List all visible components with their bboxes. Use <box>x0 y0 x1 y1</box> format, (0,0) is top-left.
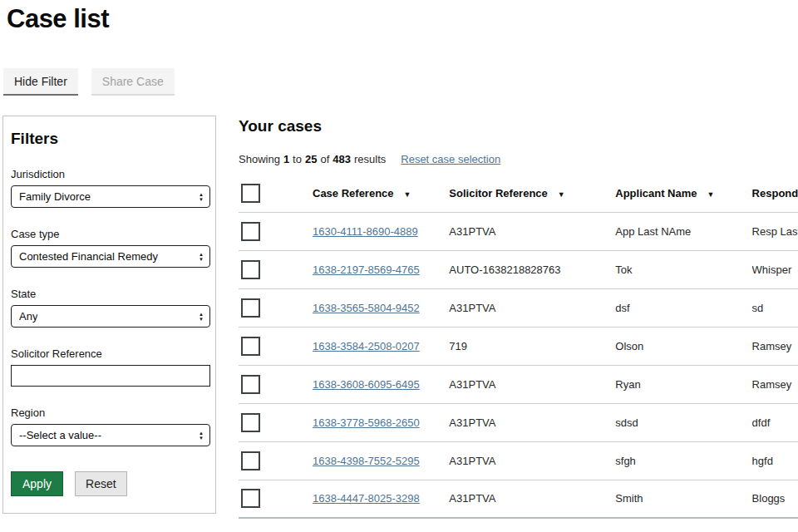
row-select-checkbox[interactable] <box>241 413 260 432</box>
select-arrows-icon: ▲▼ <box>199 431 204 441</box>
solicitor-reference-cell: A31PTVA <box>449 441 615 480</box>
applicant-name-cell: dsf <box>615 288 751 327</box>
case-type-field: Case type Contested Financial Remedy ▲▼ <box>11 228 209 268</box>
respondent-name-cell: Whisper <box>752 250 798 288</box>
state-selected-value: Any <box>19 310 37 323</box>
column-header-respondent-name[interactable]: Respondent Name▼ <box>752 179 798 212</box>
results-word: results <box>354 153 386 165</box>
region-label: Region <box>11 406 209 419</box>
hide-filter-button[interactable]: Hide Filter <box>3 68 78 96</box>
solicitor-reference-cell: A31PTVA <box>449 365 615 403</box>
filter-actions: Apply Reset <box>11 471 209 496</box>
select-arrows-icon: ▲▼ <box>199 252 204 262</box>
jurisdiction-selected-value: Family Divorce <box>19 190 91 203</box>
results-area: Your cases Showing 1 to 25 of 483 result… <box>239 116 798 519</box>
solicitor-reference-cell: AUTO-1638218828763 <box>449 250 615 288</box>
case-reference-link[interactable]: 1630-4111-8690-4889 <box>313 225 418 238</box>
region-selected-value: --Select a value-- <box>19 429 101 441</box>
column-header-applicant-name[interactable]: Applicant Name▼ <box>615 179 751 212</box>
select-all-checkbox[interactable] <box>241 184 260 203</box>
solicitor-reference-cell: A31PTVA <box>449 288 615 327</box>
reset-case-selection-link[interactable]: Reset case selection <box>401 153 500 165</box>
applicant-name-cell: Tok <box>615 250 751 288</box>
respondent-name-cell: hgfd <box>752 441 798 480</box>
your-cases-heading: Your cases <box>239 117 798 135</box>
case-table: Case Reference▼ Solicitor Reference▼ App… <box>239 179 798 519</box>
showing-to: 25 <box>305 153 317 165</box>
apply-button[interactable]: Apply <box>11 471 63 496</box>
table-row: 1638-3778-5968-2650 A31PTVA sdsd dfdf 1 … <box>239 403 798 441</box>
solicitor-reference-field: Solicitor Reference <box>11 347 209 387</box>
column-header-solicitor-reference[interactable]: Solicitor Reference▼ <box>449 179 615 212</box>
region-select[interactable]: --Select a value-- ▲▼ <box>11 424 210 446</box>
region-field: Region --Select a value-- ▲▼ <box>11 406 209 446</box>
case-type-selected-value: Contested Financial Remedy <box>19 250 158 263</box>
respondent-name-cell: Resp Last Name <box>752 212 798 250</box>
table-row: 1638-4398-7552-5295 A31PTVA sfgh hgfd 2 … <box>239 441 798 480</box>
solicitor-reference-input[interactable] <box>11 365 210 387</box>
solicitor-reference-cell: A31PTVA <box>449 480 615 518</box>
table-row: 1630-4111-8690-4889 A31PTVA App Last NAm… <box>239 212 798 250</box>
respondent-name-cell: Ramsey <box>752 365 798 403</box>
applicant-name-cell: App Last NAme <box>615 212 751 250</box>
row-select-checkbox[interactable] <box>241 260 260 279</box>
case-reference-link[interactable]: 1638-4398-7552-5295 <box>313 455 420 467</box>
sort-icon[interactable]: ▼ <box>707 190 715 199</box>
applicant-name-cell: Olson <box>615 327 751 365</box>
table-row: 1638-4447-8025-3298 A31PTVA Smith Bloggs… <box>239 480 798 518</box>
solicitor-reference-cell: 719 <box>449 327 615 365</box>
page-title: Case list <box>7 4 798 34</box>
reset-button[interactable]: Reset <box>75 471 127 496</box>
case-reference-link[interactable]: 1638-3608-6095-6495 <box>313 378 420 391</box>
content-area: Filters Jurisdiction Family Divorce ▲▼ C… <box>0 116 798 519</box>
respondent-name-cell: Ramsey <box>752 327 798 365</box>
applicant-name-cell: sfgh <box>615 441 751 480</box>
case-reference-link[interactable]: 1638-3778-5968-2650 <box>313 416 420 429</box>
row-select-checkbox[interactable] <box>241 222 260 241</box>
table-row: 1638-3565-5804-9452 A31PTVA dsf sd 1 Dec… <box>239 288 798 327</box>
case-list-page: Case list Hide Filter Share Case Filters… <box>0 0 798 532</box>
table-header-row: Case Reference▼ Solicitor Reference▼ App… <box>239 179 798 212</box>
filters-panel: Filters Jurisdiction Family Divorce ▲▼ C… <box>2 116 216 514</box>
results-count-line: Showing 1 to 25 of 483 results Reset cas… <box>239 153 798 165</box>
applicant-name-cell: Ryan <box>615 365 751 403</box>
filters-heading: Filters <box>11 130 209 148</box>
case-reference-link[interactable]: 1638-3584-2508-0207 <box>313 340 420 352</box>
applicant-name-cell: sdsd <box>615 403 751 441</box>
row-select-checkbox[interactable] <box>241 489 260 508</box>
state-label: State <box>11 288 209 300</box>
table-row: 1638-2197-8569-4765 AUTO-1638218828763 T… <box>239 250 798 288</box>
jurisdiction-field: Jurisdiction Family Divorce ▲▼ <box>11 168 209 208</box>
case-reference-link[interactable]: 1638-3565-5804-9452 <box>313 302 420 314</box>
to-word: to <box>293 153 302 165</box>
case-table-body: 1630-4111-8690-4889 A31PTVA App Last NAm… <box>239 212 798 518</box>
of-word: of <box>320 153 329 165</box>
respondent-name-cell: sd <box>752 288 798 327</box>
row-select-checkbox[interactable] <box>241 375 260 394</box>
row-select-checkbox[interactable] <box>241 337 260 356</box>
select-arrows-icon: ▲▼ <box>199 312 204 322</box>
share-case-button[interactable]: Share Case <box>91 68 175 96</box>
jurisdiction-label: Jurisdiction <box>11 168 209 180</box>
showing-from: 1 <box>283 153 289 165</box>
showing-word: Showing <box>239 153 280 165</box>
column-header-case-reference[interactable]: Case Reference▼ <box>313 179 449 212</box>
case-type-select[interactable]: Contested Financial Remedy ▲▼ <box>11 245 210 268</box>
sort-icon[interactable]: ▼ <box>404 190 411 199</box>
respondent-name-cell: Bloggs <box>752 480 798 518</box>
state-select[interactable]: Any ▲▼ <box>11 305 210 328</box>
sort-icon[interactable]: ▼ <box>558 190 565 199</box>
showing-total: 483 <box>332 153 351 165</box>
solicitor-reference-label: Solicitor Reference <box>11 347 209 360</box>
row-select-checkbox[interactable] <box>241 451 260 470</box>
jurisdiction-select[interactable]: Family Divorce ▲▼ <box>11 185 210 208</box>
respondent-name-cell: dfdf <box>752 403 798 441</box>
row-select-checkbox[interactable] <box>241 298 260 318</box>
case-reference-link[interactable]: 1638-2197-8569-4765 <box>313 264 420 276</box>
table-row: 1638-3584-2508-0207 719 Olson Ramsey 1 D… <box>239 327 798 365</box>
applicant-name-cell: Smith <box>615 480 751 518</box>
state-field: State Any ▲▼ <box>11 288 209 328</box>
case-reference-link[interactable]: 1638-4447-8025-3298 <box>313 492 420 505</box>
case-type-label: Case type <box>11 228 209 240</box>
toolbar: Hide Filter Share Case <box>3 68 798 96</box>
